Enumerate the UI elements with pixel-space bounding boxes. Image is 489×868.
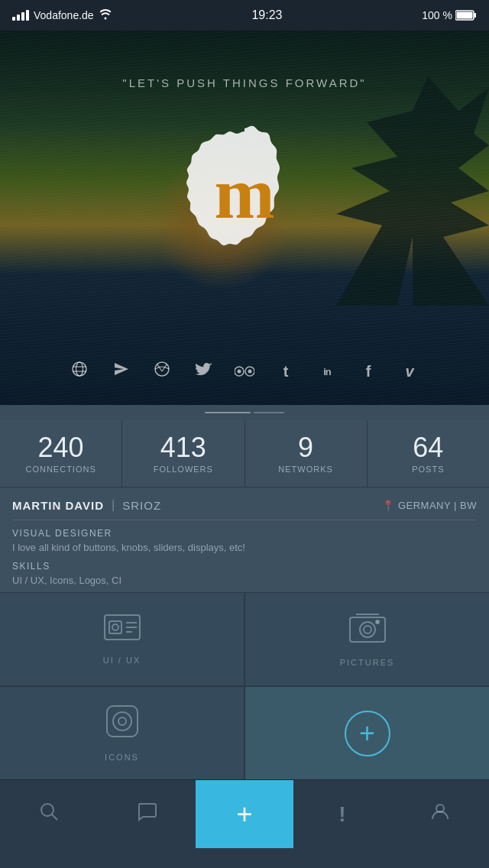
status-left: Vodafone.de — [12, 9, 112, 22]
svg-rect-22 — [107, 706, 138, 737]
location-pin-icon: 📍 — [382, 500, 395, 511]
status-right: 100 % — [422, 9, 477, 21]
svg-point-14 — [112, 624, 118, 630]
vimeo-icon[interactable]: v — [398, 363, 421, 381]
portfolio-cell-uiux[interactable]: UI / UX — [0, 593, 244, 685]
hero-section: "Let's push things forward" m — [0, 31, 489, 405]
svg-rect-1 — [474, 13, 476, 18]
facebook-icon[interactable]: f — [357, 363, 380, 381]
svg-point-25 — [41, 804, 53, 816]
networks-label: NETWORKS — [278, 465, 333, 474]
svg-point-4 — [76, 362, 83, 376]
stat-networks[interactable]: 9 NETWORKS — [245, 420, 368, 487]
followers-label: FOLLOWERS — [154, 465, 213, 474]
networks-number: 9 — [298, 434, 313, 462]
profile-info: MARTIN DAVID | SRIOZ 📍 GERMANY | BW VISU… — [0, 487, 489, 593]
followers-number: 413 — [160, 434, 206, 462]
nav-profile[interactable] — [391, 780, 489, 848]
stat-connections[interactable]: 240 CONNECTIONS — [0, 420, 122, 487]
status-bar: Vodafone.de 19:23 100 % — [0, 0, 489, 31]
add-plus-symbol: + — [359, 720, 375, 747]
profile-nav-icon — [430, 802, 450, 827]
profile-identity: MARTIN DAVID | SRIOZ — [12, 498, 161, 512]
signal-bar-3 — [21, 12, 24, 21]
profile-username: SRIOZ — [122, 499, 161, 512]
hero-badge: m — [168, 115, 321, 267]
nav-search[interactable] — [0, 780, 98, 848]
profile-separator: | — [112, 498, 115, 512]
add-nav-icon: + — [236, 798, 252, 831]
wifi-icon — [99, 9, 112, 22]
social-row: t in f v — [0, 361, 489, 382]
signal-bar-4 — [26, 10, 29, 21]
portfolio-cell-pictures[interactable]: PICTURES — [245, 593, 489, 685]
pictures-icon — [348, 611, 387, 650]
portfolio-cell-add[interactable]: + — [245, 687, 489, 779]
search-nav-icon — [39, 802, 59, 827]
skills-label: SKILLS — [12, 561, 477, 572]
svg-point-7 — [155, 362, 169, 376]
profile-location: 📍 GERMANY | BW — [382, 500, 477, 511]
add-circle-icon: + — [345, 711, 390, 756]
signal-bars — [12, 10, 29, 21]
battery-label: 100 % — [422, 9, 452, 21]
bottom-nav: + ! — [0, 779, 489, 848]
pictures-label: PICTURES — [340, 658, 395, 667]
badge-scallop: m — [168, 115, 321, 267]
icons-icon — [105, 704, 139, 745]
twitter-icon[interactable] — [192, 363, 215, 381]
skills-value: UI / UX, Icons, Logos, CI — [12, 575, 477, 586]
icons-label: ICONS — [105, 753, 139, 762]
uiux-icon — [103, 614, 141, 648]
svg-point-3 — [73, 362, 86, 376]
hero-quote: "Let's push things forward" — [0, 76, 489, 89]
location-text: GERMANY | BW — [398, 500, 477, 511]
carrier-label: Vodafone.de — [34, 9, 94, 21]
profile-title: VISUAL DESIGNER — [12, 528, 477, 539]
svg-rect-13 — [109, 621, 121, 633]
stat-posts[interactable]: 64 POSTS — [368, 420, 489, 487]
signal-bar-1 — [12, 17, 15, 21]
nav-add[interactable]: + — [196, 780, 293, 848]
linkedin-icon[interactable]: in — [316, 366, 338, 377]
svg-rect-2 — [456, 12, 472, 19]
svg-point-23 — [113, 712, 131, 730]
portfolio-cell-icons[interactable]: ICONS — [0, 687, 244, 779]
chat-nav-icon — [137, 802, 157, 827]
scroll-line-2 — [254, 412, 284, 413]
tumblr-icon[interactable]: t — [274, 363, 297, 381]
svg-point-9 — [238, 370, 241, 374]
svg-line-26 — [52, 815, 57, 820]
flickr-icon[interactable] — [233, 361, 256, 381]
profile-first-name: MARTIN DAVID — [12, 499, 104, 512]
svg-point-19 — [360, 622, 375, 637]
battery-icon — [455, 10, 477, 21]
posts-label: POSTS — [412, 465, 444, 474]
profile-name-row: MARTIN DAVID | SRIOZ 📍 GERMANY | BW — [12, 498, 477, 520]
send-icon[interactable] — [109, 361, 132, 381]
posts-number: 64 — [413, 434, 443, 462]
nav-chat[interactable] — [98, 780, 196, 848]
badge-letter: m — [214, 153, 274, 234]
scroll-line-1 — [205, 412, 251, 413]
time-display: 19:23 — [251, 8, 282, 22]
svg-point-20 — [364, 626, 371, 633]
alert-nav-icon: ! — [338, 802, 345, 827]
nav-alert[interactable]: ! — [293, 780, 391, 848]
profile-bio: I love all kind of buttons, knobs, slide… — [12, 542, 477, 553]
svg-point-21 — [376, 620, 379, 623]
stat-followers[interactable]: 413 FOLLOWERS — [122, 420, 244, 487]
signal-bar-2 — [17, 15, 20, 21]
uiux-label: UI / UX — [103, 656, 141, 665]
svg-point-11 — [248, 370, 252, 374]
scroll-indicator — [0, 405, 489, 420]
svg-rect-18 — [350, 617, 385, 642]
globe-icon[interactable] — [68, 361, 91, 382]
portfolio-grid: UI / UX PICTURES ICONS + — [0, 593, 489, 779]
connections-number: 240 — [38, 434, 84, 462]
dribbble-icon[interactable] — [151, 361, 173, 382]
svg-point-24 — [118, 717, 126, 725]
connections-label: CONNECTIONS — [25, 465, 96, 474]
stats-row: 240 CONNECTIONS 413 FOLLOWERS 9 NETWORKS… — [0, 420, 489, 487]
